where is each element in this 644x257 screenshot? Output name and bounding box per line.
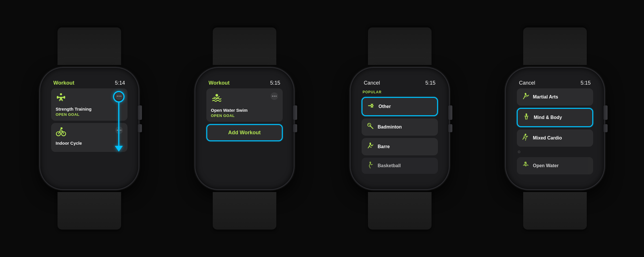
band-bottom-4 [523, 192, 587, 230]
watch-screen-4: Cancel 5:15 [514, 76, 596, 181]
workout-card-swim[interactable]: Open Water Swim OPEN GOAL [206, 88, 283, 122]
swipe-arrow-line [118, 103, 119, 146]
svg-point-5 [60, 127, 62, 129]
mindbody-icon [522, 113, 530, 122]
watch-2: Workout 5:15 [195, 30, 294, 227]
header-time-1: 5:14 [115, 80, 125, 86]
list-item-mixedcardio[interactable]: Mixed Cardio [517, 129, 593, 147]
workout-card-swim-top [211, 92, 278, 105]
watches-container: Workout 5:14 [0, 0, 644, 257]
header-title-3[interactable]: Cancel [364, 80, 380, 86]
o-divider: O [517, 149, 593, 155]
svg-point-0 [60, 93, 62, 95]
header-time-2: 5:15 [270, 80, 280, 86]
watch-body-3: Cancel 5:15 POPULAR [351, 68, 449, 189]
swim-icon [211, 92, 223, 105]
crown-3 [448, 105, 452, 120]
add-workout-button[interactable]: Add Workout [206, 124, 283, 141]
add-workout-label: Add Workout [228, 130, 261, 136]
badminton-icon [366, 122, 374, 132]
header-title-4[interactable]: Cancel [519, 80, 535, 86]
list-item-badminton[interactable]: Badminton [362, 118, 438, 136]
watch-body-2: Workout 5:15 [195, 68, 294, 189]
martialarts-icon [521, 92, 530, 102]
screen-header-3: Cancel 5:15 [359, 76, 441, 88]
watch-3: Cancel 5:15 POPULAR [351, 30, 449, 227]
crown-1 [138, 105, 142, 120]
list-item-basketball[interactable]: Basketball [362, 158, 438, 174]
crown-4 [604, 105, 608, 120]
band-top-4 [523, 27, 587, 65]
watch-4: Cancel 5:15 [506, 30, 604, 227]
other-icon [367, 102, 375, 111]
workout-name-swim: Open Water Swim [211, 108, 278, 113]
screen-header-1: Workout 5:14 [48, 76, 130, 88]
svg-line-10 [370, 126, 373, 128]
workout-goal-swim: OPEN GOAL [211, 113, 278, 118]
watch-body-1: Workout 5:14 [40, 68, 138, 189]
swipe-arrow-head [115, 146, 123, 152]
band-top-3 [368, 27, 432, 65]
basketball-icon [366, 161, 374, 170]
screen-header-2: Workout 5:15 [203, 76, 286, 88]
list-item-martialarts[interactable]: Martial Arts [517, 88, 593, 106]
svg-rect-2 [57, 96, 58, 99]
mixedcardio-icon [521, 133, 530, 143]
band-top-1 [58, 27, 121, 65]
list-item-barre[interactable]: Barre [362, 138, 438, 155]
strength-icon [56, 92, 66, 104]
list-item-badminton-text: Badminton [378, 124, 402, 130]
cycle-icon [56, 126, 66, 138]
screen-content-3: POPULAR Other [359, 88, 441, 181]
watch-case-4: Cancel 5:15 [506, 68, 604, 189]
barre-icon [366, 142, 374, 151]
watch-case-3: Cancel 5:15 POPULAR [351, 68, 449, 189]
list-item-barre-text: Barre [378, 144, 390, 149]
svg-point-15 [525, 134, 526, 135]
header-title-1: Workout [53, 80, 75, 86]
svg-rect-3 [64, 96, 65, 99]
openwater-icon [521, 161, 530, 170]
watch-screen-3: Cancel 5:15 POPULAR [359, 76, 441, 181]
header-time-3: 5:15 [425, 80, 435, 86]
list-item-basketball-text: Basketball [378, 163, 401, 168]
more-dots-swim[interactable] [271, 92, 278, 100]
list-item-other[interactable]: Other [362, 97, 438, 116]
watch-screen-2: Workout 5:15 [203, 76, 286, 181]
band-bottom-1 [58, 192, 121, 230]
side-button-1 [138, 124, 142, 132]
watch-case-2: Workout 5:15 [195, 68, 294, 189]
watch-1: Workout 5:14 [40, 30, 138, 227]
band-bottom-2 [213, 192, 276, 230]
list-item-other-text: Other [379, 104, 391, 109]
side-button-4 [604, 124, 608, 132]
watch-body-4: Cancel 5:15 [506, 68, 604, 189]
screen-content-4: Martial Arts [514, 88, 596, 181]
header-title-2: Workout [209, 80, 230, 86]
swipe-arrow-overlay [113, 91, 125, 152]
svg-point-16 [524, 162, 526, 164]
svg-point-8 [215, 94, 218, 96]
list-item-martialarts-text: Martial Arts [533, 94, 558, 100]
side-button-2 [293, 124, 297, 132]
list-item-mindbody-text: Mind & Body [534, 115, 562, 120]
screen-content-2: Open Water Swim OPEN GOAL Add Workout [203, 88, 286, 181]
screen-header-4: Cancel 5:15 [514, 76, 596, 88]
band-bottom-3 [368, 192, 432, 230]
swipe-circle [113, 91, 125, 103]
crown-2 [293, 105, 297, 120]
list-item-openwater[interactable]: Open Water [517, 157, 593, 174]
side-button-3 [448, 124, 452, 132]
list-item-openwater-text: Open Water [533, 163, 559, 168]
band-top-2 [213, 27, 276, 65]
list-item-mindbody[interactable]: Mind & Body [517, 108, 593, 127]
list-item-mixedcardio-text: Mixed Cardio [533, 135, 562, 141]
header-time-4: 5:15 [580, 80, 591, 86]
section-label-popular: POPULAR [362, 88, 438, 95]
